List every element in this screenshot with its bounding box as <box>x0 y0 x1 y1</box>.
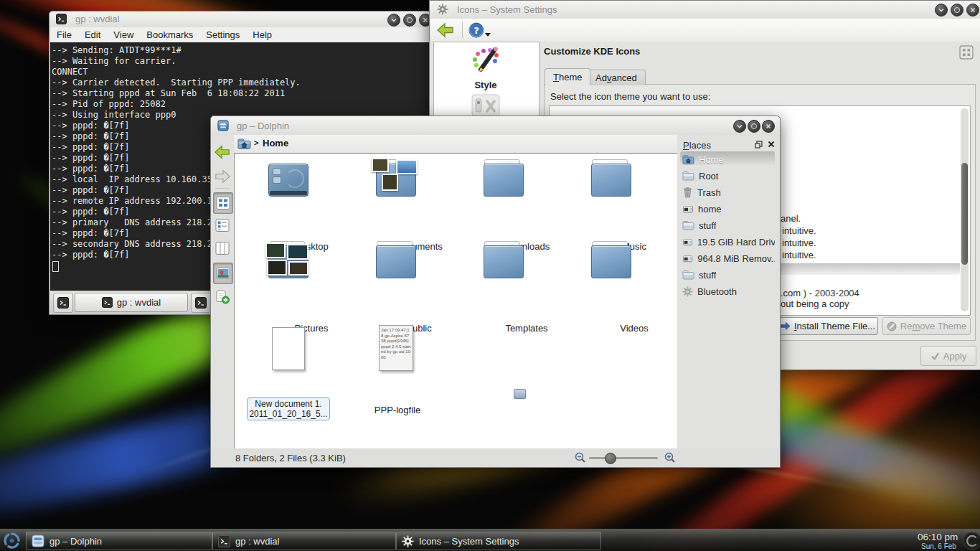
task-dolphin[interactable]: gp – Dolphin <box>26 532 212 550</box>
folder-label[interactable]: Videos <box>584 323 684 334</box>
float-panel-icon[interactable] <box>755 141 763 149</box>
columns-view-button[interactable] <box>213 238 232 258</box>
settings-titlebar[interactable]: Icons – System Settings <box>430 1 980 19</box>
menu-help[interactable]: Help <box>246 29 278 40</box>
clock-date[interactable]: Sun, 6 Feb <box>921 542 956 550</box>
close-panel-icon[interactable] <box>768 141 775 148</box>
task-label: Icons – System Settings <box>419 536 519 547</box>
menu-edit[interactable]: Edit <box>78 29 107 40</box>
minimize-button[interactable] <box>733 120 746 133</box>
tab-advanced[interactable]: Advanced <box>587 70 646 85</box>
preview-toggle-button[interactable] <box>213 263 233 284</box>
home-folder-icon[interactable] <box>237 137 251 150</box>
back-button[interactable] <box>436 21 455 39</box>
task-system-settings[interactable]: Icons – System Settings <box>396 532 601 550</box>
tools-icon <box>471 94 500 117</box>
zoom-slider-handle[interactable] <box>605 453 616 464</box>
maximize-button[interactable] <box>403 14 416 27</box>
maximize-button[interactable] <box>748 120 760 133</box>
theme-list-fragment: anel. <box>781 213 801 224</box>
folder-view[interactable]: Desktop Documents Downloads Music Pictur… <box>234 153 678 450</box>
details-view-button[interactable] <box>213 215 232 235</box>
bluetooth-gear-icon <box>682 286 693 297</box>
terminal-tab-label: gp : wvdial <box>117 297 161 308</box>
new-tab-button[interactable] <box>53 293 73 313</box>
menu-file[interactable]: File <box>50 29 78 40</box>
app-launcher-icon[interactable] <box>2 531 22 550</box>
place-root[interactable]: Root <box>680 168 775 184</box>
place-home-drive[interactable]: home <box>680 201 775 217</box>
place-bluetooth[interactable]: Bluetooth <box>680 283 775 299</box>
task-wvdial[interactable]: gp : wvdial <box>212 532 396 550</box>
close-button[interactable] <box>966 4 979 17</box>
remove-theme-button[interactable]: Remove Theme <box>882 317 971 335</box>
sidebar-item-tools[interactable] <box>471 94 500 118</box>
terminal-line: --> Carrier detected. Starting PPP immed… <box>52 77 435 88</box>
folder-item-music[interactable] <box>591 164 631 197</box>
back-button[interactable] <box>213 142 232 162</box>
clock-time[interactable]: 06:10 pm <box>918 532 958 542</box>
folder-label[interactable]: Templates <box>476 323 577 334</box>
theme-description-fragment: .com ) - 2003-2004 <box>781 288 859 298</box>
terminal-line: --> Sending: ATDT*99***1# <box>52 45 435 56</box>
place-hard-drive[interactable]: 19.5 GiB Hard Drive <box>680 234 775 250</box>
minimize-button[interactable] <box>387 14 400 27</box>
terminal-line: CONNECT <box>52 67 435 77</box>
help-dropdown-arrow[interactable] <box>485 33 491 37</box>
zoom-out-icon[interactable] <box>575 452 586 463</box>
file-label[interactable]: PPP-logfile <box>347 405 448 415</box>
dolphin-titlebar[interactable]: gp – Dolphin <box>211 116 780 136</box>
terminal-line: --> Starting pppd at Sun Feb 6 18:08:22 … <box>52 88 435 99</box>
minimize-button[interactable] <box>935 4 948 17</box>
install-theme-button[interactable]: Install Theme File... <box>778 317 878 335</box>
place-trash[interactable]: Trash <box>680 184 775 200</box>
folder-item-public[interactable] <box>376 245 416 278</box>
folder-item-documents[interactable] <box>376 164 416 197</box>
apply-button[interactable]: Apply <box>920 346 976 366</box>
places-header: Places <box>683 140 711 151</box>
close-button[interactable] <box>762 120 775 133</box>
icons-view-button[interactable] <box>213 192 233 214</box>
file-item-ppp-logfile[interactable]: Jan 17 09:47:18 gp-Aspire-5738 pppd[1946… <box>379 325 413 371</box>
folder-item-desktop[interactable] <box>268 164 308 197</box>
scrollbar[interactable] <box>961 108 969 311</box>
maximize-button[interactable] <box>951 4 963 17</box>
dolphin-side-toolbar <box>211 135 234 448</box>
gear-icon <box>437 4 448 15</box>
settings-title: Icons – System Settings <box>457 4 557 15</box>
sidebar-item-style[interactable]: Style <box>434 47 537 90</box>
status-text: 8 Folders, 2 Files (3.3 KiB) <box>235 453 346 463</box>
place-stuff-2[interactable]: stuff <box>680 267 775 283</box>
terminal-titlebar[interactable]: gp : wvdial <box>50 11 437 28</box>
taskbar: gp – Dolphin gp : wvdial Icons – System … <box>0 529 980 551</box>
theme-list-fragment: intuitive. <box>782 250 816 260</box>
place-stuff-1[interactable]: stuff <box>680 217 775 233</box>
folder-item-templates[interactable] <box>484 245 524 278</box>
breadcrumb-home[interactable]: Home <box>263 138 288 149</box>
zoom-slider-track[interactable] <box>589 457 658 459</box>
split-view-button[interactable] <box>213 287 232 307</box>
zoom-in-icon[interactable] <box>664 452 676 463</box>
drive-icon <box>682 237 693 248</box>
folder-item-pictures[interactable] <box>268 245 308 278</box>
file-item-new-document[interactable] <box>272 327 305 370</box>
terminal-line: --> Waiting for carrier. <box>52 56 435 67</box>
detach-tab-button[interactable] <box>191 293 211 313</box>
overview-grid-icon[interactable] <box>959 45 974 60</box>
folder-item-downloads[interactable] <box>484 164 524 197</box>
forward-button[interactable] <box>213 166 232 187</box>
scrollbar-thumb[interactable] <box>961 163 968 265</box>
place-home[interactable]: Home <box>680 151 775 167</box>
file-label-selected[interactable]: New document 1. 2011_01_20_16_5... <box>247 397 330 420</box>
menu-view[interactable]: View <box>107 29 140 40</box>
menu-settings[interactable]: Settings <box>199 29 246 40</box>
help-button[interactable]: ? <box>468 22 485 39</box>
menu-bookmarks[interactable]: Bookmarks <box>140 29 199 40</box>
terminal-tab[interactable]: gp : wvdial <box>75 293 188 312</box>
folder-item-videos[interactable] <box>591 245 631 278</box>
place-removable-drive[interactable]: 964.8 MiB Remov... <box>680 250 775 266</box>
settings-toolbar: ? <box>430 19 980 42</box>
tab-theme[interactable]: Theme <box>545 68 590 85</box>
dolphin-app-icon <box>32 534 44 547</box>
panel-cashew-icon[interactable] <box>963 532 980 550</box>
